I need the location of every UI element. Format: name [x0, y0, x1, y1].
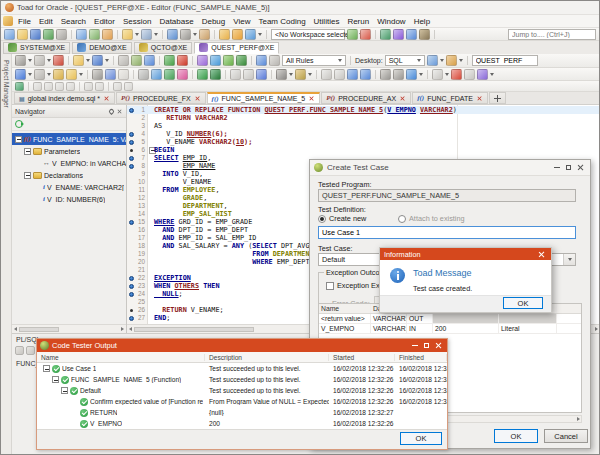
ok-button[interactable]: OK: [503, 297, 543, 309]
find-icon[interactable]: [276, 69, 287, 80]
close-tab-icon[interactable]: [194, 95, 199, 100]
information-titlebar[interactable]: Information: [380, 248, 551, 260]
menu-view[interactable]: View: [229, 16, 254, 27]
grid-icon[interactable]: [26, 346, 35, 355]
menu-utilities[interactable]: Utilities: [310, 16, 344, 27]
document-tab-func-fdate[interactable]: f()FUNC_FDATE: [412, 92, 488, 104]
rules-settings-icon[interactable]: [269, 55, 280, 66]
navigator-toggle-icon[interactable]: [138, 69, 149, 80]
use-case-input[interactable]: [318, 226, 576, 239]
menu-edit[interactable]: Edit: [35, 16, 57, 27]
column-started[interactable]: Started: [329, 354, 395, 361]
create-test-case-titlebar[interactable]: Create Test Case: [310, 160, 590, 176]
indent-icon[interactable]: [380, 69, 391, 80]
parameter-row-v-empno[interactable]: V_EMPNOVARCHAR2IN200Literal: [319, 324, 581, 334]
comment-block-icon[interactable]: [406, 69, 417, 80]
navigator-item-v-empno-in-varchar[interactable]: ↔V_EMPNO: in VARCHAR: [12, 157, 126, 169]
workspace-combobox[interactable]: <No Workspace selected>: [271, 29, 345, 40]
scroll-right-icon[interactable]: [577, 417, 580, 421]
new-editor-icon[interactable]: [167, 29, 178, 40]
desktop-combobox[interactable]: SQL: [385, 55, 425, 66]
compare-files-icon[interactable]: [199, 29, 210, 40]
tester-row-return[interactable]: RETURN{null}16/02/2018 12:32:27: [37, 407, 447, 418]
save-as-icon[interactable]: [92, 69, 103, 80]
close-tab-icon[interactable]: [309, 96, 314, 101]
document-tab-func-sample-name-5[interactable]: f()FUNC_SAMPLE_NAME_5: [207, 92, 321, 104]
describe-b-icon[interactable]: [243, 69, 254, 80]
execution-point-icon[interactable]: [129, 164, 134, 169]
feedback-icon[interactable]: [393, 29, 404, 40]
execute-statement-dropdown-icon[interactable]: [28, 59, 32, 62]
comment-block-dropdown-icon[interactable]: [419, 73, 423, 76]
open-file-icon[interactable]: [17, 29, 28, 40]
connection-tab-quest-perf-xe[interactable]: QUEST_PERF@XE: [194, 42, 279, 54]
nav-forward-icon[interactable]: [334, 69, 345, 80]
step-over-icon[interactable]: [236, 55, 247, 66]
format-code-icon[interactable]: [66, 69, 77, 80]
compile-file-icon[interactable]: [15, 69, 26, 80]
open-recent-icon[interactable]: [122, 29, 133, 40]
disabled-4-icon[interactable]: [66, 82, 75, 91]
schema-input[interactable]: [472, 55, 538, 66]
check-syntax-icon[interactable]: [219, 29, 230, 40]
execution-point-icon[interactable]: [129, 284, 134, 289]
scroll-right-icon[interactable]: [595, 327, 598, 331]
execution-point-icon[interactable]: [129, 156, 134, 161]
web-browser-icon[interactable]: [380, 29, 391, 40]
team-coding-icon[interactable]: [102, 29, 113, 40]
outdent-icon[interactable]: [393, 69, 404, 80]
code-analysis-icon[interactable]: [164, 69, 175, 80]
menu-team-coding[interactable]: Team Coding: [254, 16, 309, 27]
cancel-button[interactable]: Cancel: [544, 429, 588, 443]
tester-row-confirm-expected-value-of-function-return-value[interactable]: Confirm expected value of [Function retu…: [37, 396, 447, 407]
tester-row-func-sample-name-5-function[interactable]: FUNC_SAMPLE_NAME_5 (Function)Test succee…: [37, 374, 447, 385]
find-next-icon[interactable]: [295, 69, 306, 80]
session-info-dropdown-icon[interactable]: [258, 33, 262, 36]
menu-lead-icon[interactable]: [3, 16, 13, 26]
create-new-radio[interactable]: Create new: [318, 214, 366, 223]
find-dropdown-icon[interactable]: [289, 73, 293, 76]
pin-icon[interactable]: [108, 107, 115, 114]
save-desktop-dropdown-icon[interactable]: [440, 59, 444, 62]
statistics-icon[interactable]: [177, 69, 188, 80]
session-info-icon[interactable]: [245, 29, 256, 40]
reload-file-icon[interactable]: [43, 29, 54, 40]
column-header[interactable]: Name: [319, 304, 371, 313]
explain-plan-icon[interactable]: [477, 69, 488, 80]
close-icon[interactable]: [577, 164, 584, 171]
export-data-icon[interactable]: [53, 69, 64, 80]
save-result-icon[interactable]: [15, 346, 24, 355]
explain-plan-dropdown-icon[interactable]: [490, 73, 494, 76]
query-builder-icon[interactable]: [15, 82, 24, 91]
run-debug-icon[interactable]: [223, 55, 234, 66]
compile-icon[interactable]: [164, 55, 175, 66]
refactor-dropdown-icon[interactable]: [445, 73, 449, 76]
optimize-icon[interactable]: [210, 69, 221, 80]
disabled-6-icon[interactable]: [95, 82, 104, 91]
execute-script-icon[interactable]: [34, 55, 45, 66]
print-icon[interactable]: [56, 29, 67, 40]
disabled-3-icon[interactable]: [55, 82, 64, 91]
print-file-icon[interactable]: [105, 69, 116, 80]
expand-collapse-icon[interactable]: [24, 148, 31, 155]
text-options-icon[interactable]: [180, 29, 191, 40]
tester-row-default[interactable]: DefaultTest succeeded up to this level.1…: [37, 385, 447, 396]
save-desktop-icon[interactable]: [427, 55, 438, 66]
save-file-icon[interactable]: [30, 29, 41, 40]
parameter-row-return-value[interactable]: <return value>VARCHAR2OUT: [319, 314, 581, 324]
analyze-green-icon[interactable]: [197, 69, 208, 80]
refresh-icon[interactable]: [15, 120, 23, 128]
describe-a-icon[interactable]: [230, 69, 241, 80]
menu-database[interactable]: Database: [155, 16, 197, 27]
disabled-2-icon[interactable]: [44, 82, 53, 91]
profiler-icon[interactable]: [197, 55, 208, 66]
close-tab-icon[interactable]: [477, 95, 482, 100]
document-tab-procedure-fx[interactable]: P()PROCEDURE_FX: [116, 92, 206, 104]
text-options-dropdown-icon[interactable]: [193, 33, 197, 36]
sql-tuning-icon[interactable]: [451, 69, 462, 80]
save-sql-dropdown-icon[interactable]: [105, 59, 109, 62]
format-code-dropdown-icon[interactable]: [79, 73, 83, 76]
new-file-icon[interactable]: [4, 29, 15, 40]
execution-point-icon[interactable]: [129, 316, 134, 321]
compile-file-dropdown-icon[interactable]: [28, 73, 32, 76]
